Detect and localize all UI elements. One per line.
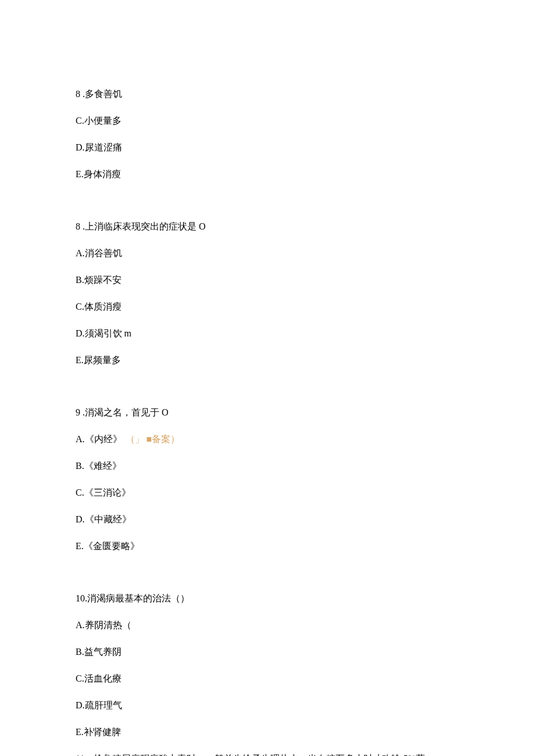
text-line: D.疏肝理气 [76, 698, 459, 712]
text-line: A.养阴清热（ [76, 618, 459, 632]
text-line: 11、抢救糖尿病酮症酸中毒时，一般首先给予生理盐水，当血糖至多少时才改输 5%葡 [76, 752, 459, 756]
line-text: D.尿道涩痛 [76, 142, 122, 152]
line-text: C.《三消论》 [76, 488, 131, 497]
line-text: D.疏肝理气 [76, 700, 122, 710]
text-line: 8 .多食善饥 [76, 87, 459, 101]
text-line: E.补肾健脾 [76, 725, 459, 739]
line-text: D.《中藏经》 [76, 514, 131, 524]
answer-note: （」 ■备案） [126, 434, 180, 444]
text-line: D.须渴引饮 m [76, 327, 459, 341]
line-text: 8 .多食善饥 [76, 89, 122, 99]
line-text: B.烦躁不安 [76, 275, 122, 285]
line-text: A.消谷善饥 [76, 248, 122, 258]
line-text: A.《内经》 [76, 434, 122, 444]
line-text: D.须渴引饮 m [76, 328, 131, 338]
line-text: 11、抢救糖尿病酮症酸中毒时，一般首先给予生理盐水，当血糖至多少时才改输 5%葡 [76, 754, 425, 756]
text-line: D.《中藏经》 [76, 513, 459, 526]
line-text: C.活血化療 [76, 673, 122, 683]
line-text: B.益气养阴 [76, 647, 122, 657]
line-text: B.《难经》 [76, 461, 122, 471]
text-line: B.烦躁不安 [76, 273, 459, 287]
text-line: A.消谷善饥 [76, 246, 459, 260]
blank-line [76, 380, 459, 393]
text-line: E.身体消瘦 [76, 167, 459, 181]
line-text: 8 .上消临床表现突出的症状是 O [76, 221, 206, 231]
blank-line [76, 566, 459, 579]
text-line: C.活血化療 [76, 672, 459, 686]
text-line: C.《三消论》 [76, 486, 459, 500]
text-line: A.《内经》（」 ■备案） [76, 432, 459, 446]
line-text: C.体质消瘦 [76, 302, 122, 311]
text-line: E.尿频量多 [76, 353, 459, 367]
text-line: E.《金匮要略》 [76, 539, 459, 553]
text-line: D.尿道涩痛 [76, 141, 459, 155]
text-line: B.益气养阴 [76, 645, 459, 659]
text-line: C.小便量多 [76, 114, 459, 128]
line-text: E.补肾健脾 [76, 727, 121, 737]
line-text: E.身体消瘦 [76, 169, 121, 179]
line-text: 10.消渴病最基本的治法（） [76, 593, 190, 603]
line-text: A.养阴清热（ [76, 620, 131, 630]
text-line: C.体质消瘦 [76, 300, 459, 314]
line-text: E.尿频量多 [76, 355, 121, 365]
text-line: B.《难经》 [76, 459, 459, 473]
blank-line [76, 194, 459, 207]
text-line: 9 .消渴之名，首见于 O [76, 406, 459, 420]
line-text: E.《金匮要略》 [76, 541, 140, 551]
document-page: 8 .多食善饥C.小便量多D.尿道涩痛E.身体消瘦8 .上消临床表现突出的症状是… [0, 0, 535, 756]
text-line: 8 .上消临床表现突出的症状是 O [76, 220, 459, 234]
line-text: 9 .消渴之名，首见于 O [76, 407, 169, 417]
line-text: C.小便量多 [76, 116, 122, 126]
text-line: 10.消渴病最基本的治法（） [76, 592, 459, 605]
